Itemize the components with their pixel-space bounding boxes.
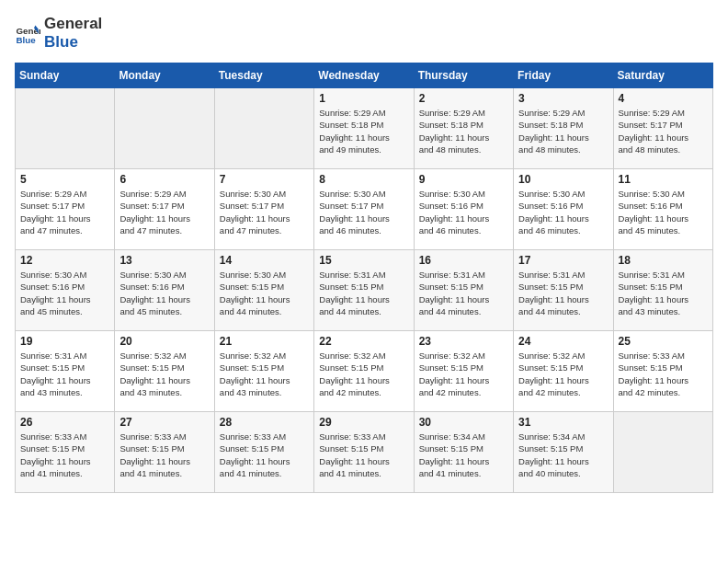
day-number: 31 (518, 416, 608, 429)
calendar-cell: 17Sunrise: 5:31 AM Sunset: 5:15 PM Dayli… (514, 250, 613, 331)
weekday-header-wednesday: Wednesday (314, 63, 414, 88)
calendar-cell: 9Sunrise: 5:30 AM Sunset: 5:16 PM Daylig… (414, 169, 513, 250)
calendar-cell: 12Sunrise: 5:30 AM Sunset: 5:16 PM Dayli… (16, 250, 115, 331)
day-number: 13 (119, 254, 209, 267)
calendar-cell: 30Sunrise: 5:34 AM Sunset: 5:15 PM Dayli… (414, 412, 513, 493)
day-info: Sunrise: 5:30 AM Sunset: 5:17 PM Dayligh… (319, 188, 408, 236)
day-number: 4 (619, 92, 708, 105)
calendar-cell: 13Sunrise: 5:30 AM Sunset: 5:16 PM Dayli… (115, 250, 214, 331)
calendar-cell: 5Sunrise: 5:29 AM Sunset: 5:17 PM Daylig… (16, 169, 115, 250)
day-number: 23 (419, 335, 508, 348)
calendar-cell: 25Sunrise: 5:33 AM Sunset: 5:15 PM Dayli… (613, 331, 712, 412)
day-info: Sunrise: 5:29 AM Sunset: 5:18 PM Dayligh… (518, 107, 608, 155)
day-info: Sunrise: 5:29 AM Sunset: 5:17 PM Dayligh… (619, 107, 708, 155)
weekday-header-row: SundayMondayTuesdayWednesdayThursdayFrid… (16, 63, 713, 88)
calendar-cell: 24Sunrise: 5:32 AM Sunset: 5:15 PM Dayli… (514, 331, 613, 412)
day-info: Sunrise: 5:32 AM Sunset: 5:15 PM Dayligh… (220, 350, 309, 398)
day-info: Sunrise: 5:33 AM Sunset: 5:15 PM Dayligh… (619, 350, 708, 398)
day-number: 2 (419, 92, 508, 105)
calendar-cell: 18Sunrise: 5:31 AM Sunset: 5:15 PM Dayli… (613, 250, 712, 331)
calendar-cell: 22Sunrise: 5:32 AM Sunset: 5:15 PM Dayli… (314, 331, 414, 412)
day-number: 11 (619, 173, 708, 186)
logo-general-text: General (44, 15, 102, 32)
day-info: Sunrise: 5:31 AM Sunset: 5:15 PM Dayligh… (419, 269, 508, 317)
day-info: Sunrise: 5:32 AM Sunset: 5:15 PM Dayligh… (119, 350, 209, 398)
weekday-header-saturday: Saturday (613, 63, 712, 88)
calendar-cell: 3Sunrise: 5:29 AM Sunset: 5:18 PM Daylig… (514, 88, 613, 169)
calendar-cell: 16Sunrise: 5:31 AM Sunset: 5:15 PM Dayli… (414, 250, 513, 331)
day-number: 24 (518, 335, 608, 348)
day-number: 29 (319, 416, 408, 429)
day-info: Sunrise: 5:30 AM Sunset: 5:17 PM Dayligh… (220, 188, 309, 236)
weekday-header-tuesday: Tuesday (214, 63, 313, 88)
day-info: Sunrise: 5:33 AM Sunset: 5:15 PM Dayligh… (119, 431, 209, 479)
day-info: Sunrise: 5:31 AM Sunset: 5:15 PM Dayligh… (518, 269, 608, 317)
calendar-cell: 29Sunrise: 5:33 AM Sunset: 5:15 PM Dayli… (314, 412, 414, 493)
day-info: Sunrise: 5:29 AM Sunset: 5:17 PM Dayligh… (20, 188, 109, 236)
day-info: Sunrise: 5:32 AM Sunset: 5:15 PM Dayligh… (419, 350, 508, 398)
day-number: 1 (319, 92, 408, 105)
calendar-cell: 26Sunrise: 5:33 AM Sunset: 5:15 PM Dayli… (16, 412, 115, 493)
calendar-cell: 28Sunrise: 5:33 AM Sunset: 5:15 PM Dayli… (214, 412, 313, 493)
calendar-week-row: 5Sunrise: 5:29 AM Sunset: 5:17 PM Daylig… (16, 169, 713, 250)
calendar-week-row: 1Sunrise: 5:29 AM Sunset: 5:18 PM Daylig… (16, 88, 713, 169)
day-number: 8 (319, 173, 408, 186)
day-number: 12 (20, 254, 109, 267)
day-number: 14 (220, 254, 309, 267)
calendar-cell (115, 88, 214, 169)
day-info: Sunrise: 5:34 AM Sunset: 5:15 PM Dayligh… (518, 431, 608, 479)
calendar-cell: 1Sunrise: 5:29 AM Sunset: 5:18 PM Daylig… (314, 88, 414, 169)
weekday-header-thursday: Thursday (414, 63, 513, 88)
calendar-cell: 4Sunrise: 5:29 AM Sunset: 5:17 PM Daylig… (613, 88, 712, 169)
day-info: Sunrise: 5:31 AM Sunset: 5:15 PM Dayligh… (619, 269, 708, 317)
logo: General Blue General Blue (15, 15, 102, 52)
day-info: Sunrise: 5:32 AM Sunset: 5:15 PM Dayligh… (319, 350, 408, 398)
day-info: Sunrise: 5:31 AM Sunset: 5:15 PM Dayligh… (20, 350, 109, 398)
calendar-cell: 6Sunrise: 5:29 AM Sunset: 5:17 PM Daylig… (115, 169, 214, 250)
day-number: 26 (20, 416, 109, 429)
calendar-cell (613, 412, 712, 493)
logo-icon: General Blue (15, 20, 40, 46)
page-header: General Blue General Blue (15, 15, 713, 52)
calendar-cell: 27Sunrise: 5:33 AM Sunset: 5:15 PM Dayli… (115, 412, 214, 493)
day-info: Sunrise: 5:30 AM Sunset: 5:16 PM Dayligh… (20, 269, 109, 317)
day-number: 5 (20, 173, 109, 186)
calendar-cell: 11Sunrise: 5:30 AM Sunset: 5:16 PM Dayli… (613, 169, 712, 250)
calendar-cell: 8Sunrise: 5:30 AM Sunset: 5:17 PM Daylig… (314, 169, 414, 250)
weekday-header-friday: Friday (514, 63, 613, 88)
day-info: Sunrise: 5:31 AM Sunset: 5:15 PM Dayligh… (319, 269, 408, 317)
day-info: Sunrise: 5:30 AM Sunset: 5:15 PM Dayligh… (220, 269, 309, 317)
day-number: 18 (619, 254, 708, 267)
day-number: 17 (518, 254, 608, 267)
calendar-cell: 14Sunrise: 5:30 AM Sunset: 5:15 PM Dayli… (214, 250, 313, 331)
day-info: Sunrise: 5:30 AM Sunset: 5:16 PM Dayligh… (419, 188, 508, 236)
day-info: Sunrise: 5:34 AM Sunset: 5:15 PM Dayligh… (419, 431, 508, 479)
day-number: 22 (319, 335, 408, 348)
day-number: 16 (419, 254, 508, 267)
day-info: Sunrise: 5:33 AM Sunset: 5:15 PM Dayligh… (220, 431, 309, 479)
calendar-week-row: 26Sunrise: 5:33 AM Sunset: 5:15 PM Dayli… (16, 412, 713, 493)
day-info: Sunrise: 5:29 AM Sunset: 5:18 PM Dayligh… (319, 107, 408, 155)
day-info: Sunrise: 5:30 AM Sunset: 5:16 PM Dayligh… (518, 188, 608, 236)
day-number: 7 (220, 173, 309, 186)
calendar-cell (16, 88, 115, 169)
day-info: Sunrise: 5:32 AM Sunset: 5:15 PM Dayligh… (518, 350, 608, 398)
day-number: 10 (518, 173, 608, 186)
weekday-header-monday: Monday (115, 63, 214, 88)
calendar-cell: 10Sunrise: 5:30 AM Sunset: 5:16 PM Dayli… (514, 169, 613, 250)
day-number: 27 (119, 416, 209, 429)
day-info: Sunrise: 5:33 AM Sunset: 5:15 PM Dayligh… (20, 431, 109, 479)
day-number: 30 (419, 416, 508, 429)
calendar-cell (214, 88, 313, 169)
logo-blue-text: Blue (44, 33, 78, 51)
calendar-cell: 19Sunrise: 5:31 AM Sunset: 5:15 PM Dayli… (16, 331, 115, 412)
calendar-week-row: 19Sunrise: 5:31 AM Sunset: 5:15 PM Dayli… (16, 331, 713, 412)
day-number: 25 (619, 335, 708, 348)
calendar-cell: 20Sunrise: 5:32 AM Sunset: 5:15 PM Dayli… (115, 331, 214, 412)
day-number: 15 (319, 254, 408, 267)
calendar-cell: 31Sunrise: 5:34 AM Sunset: 5:15 PM Dayli… (514, 412, 613, 493)
calendar-week-row: 12Sunrise: 5:30 AM Sunset: 5:16 PM Dayli… (16, 250, 713, 331)
day-info: Sunrise: 5:33 AM Sunset: 5:15 PM Dayligh… (319, 431, 408, 479)
calendar-cell: 15Sunrise: 5:31 AM Sunset: 5:15 PM Dayli… (314, 250, 414, 331)
day-number: 19 (20, 335, 109, 348)
